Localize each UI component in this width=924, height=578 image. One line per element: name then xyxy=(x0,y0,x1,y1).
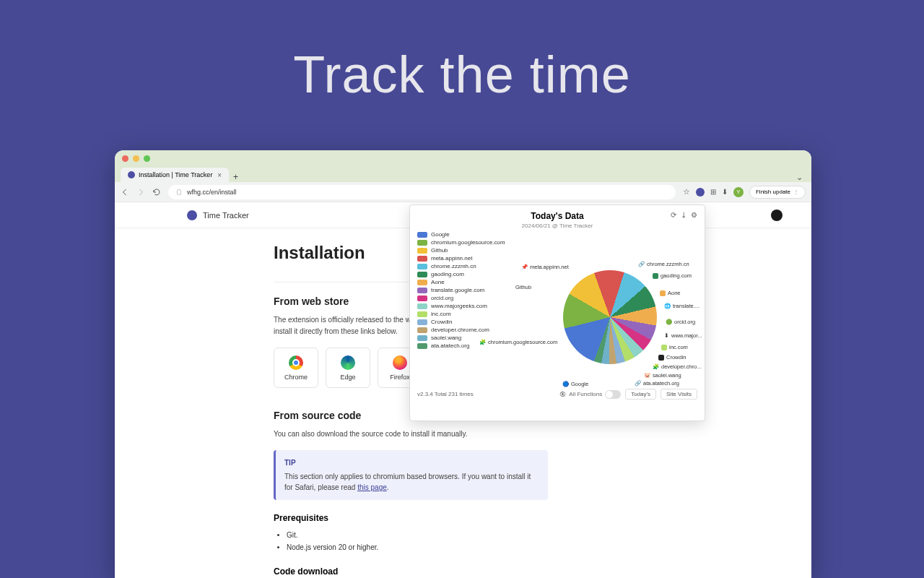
tab-bar: Installation | Time Tracker × + ⌄ xyxy=(115,166,811,182)
brand[interactable]: Time Tracker xyxy=(187,210,249,220)
legend-swatch-icon xyxy=(417,264,427,269)
legend-swatch-icon xyxy=(417,343,427,349)
chrome-card[interactable]: Chrome xyxy=(274,348,318,388)
legend-item[interactable]: developer.chrome.com xyxy=(417,326,518,334)
legend-item[interactable]: gaoding.com xyxy=(417,270,518,278)
forward-icon[interactable] xyxy=(136,188,145,197)
tip-body-b: . xyxy=(387,483,389,491)
back-icon[interactable] xyxy=(121,188,129,197)
legend-item[interactable]: chromium.googlesource.com xyxy=(417,238,518,246)
edge-icon xyxy=(341,355,355,370)
legend-swatch-icon xyxy=(417,327,427,333)
refresh-icon[interactable]: ⟳ xyxy=(671,211,676,219)
popup-subtitle: 2024/06/21 @ Time Tracker xyxy=(417,223,697,229)
legend-item[interactable]: translate.google.com xyxy=(417,286,518,294)
site-info-icon[interactable] xyxy=(175,189,183,196)
firefox-label: Firefox xyxy=(390,374,410,381)
download-icon[interactable]: ⬇ xyxy=(722,188,728,196)
export-icon[interactable]: ⤓ xyxy=(681,211,687,219)
edge-card[interactable]: Edge xyxy=(326,348,370,388)
chart-label: 🟢 orcid.org xyxy=(666,319,695,325)
toggle-icon[interactable] xyxy=(605,390,621,399)
new-tab-button[interactable]: + xyxy=(229,172,243,182)
version-total: v2.3.4 Total 231 times xyxy=(417,391,555,397)
legend: Googlechromium.googlesource.comGithubmet… xyxy=(417,230,518,386)
legend-swatch-icon xyxy=(417,240,427,246)
legend-item[interactable]: orcid.org xyxy=(417,294,518,302)
extension-popup: Today's Data 2024/06/21 @ Time Tracker ⟳… xyxy=(409,204,705,421)
hero-title: Track the time xyxy=(0,0,924,104)
legend-item[interactable]: Aone xyxy=(417,278,518,286)
popup-title: Today's Data xyxy=(417,211,697,221)
chart-label: gaoding.com xyxy=(653,272,692,279)
close-tab-icon[interactable]: × xyxy=(217,171,222,179)
legend-label: developer.chrome.com xyxy=(431,327,489,333)
chrome-label: Chrome xyxy=(284,374,308,381)
svg-rect-0 xyxy=(178,189,181,194)
source-description: You can also download the source code to… xyxy=(274,428,548,440)
favicon-icon xyxy=(128,171,135,178)
firefox-icon xyxy=(393,355,407,370)
tip-box: TIP This section only applies to chromiu… xyxy=(274,450,548,500)
popup-header: Today's Data 2024/06/21 @ Time Tracker ⟳… xyxy=(417,211,697,229)
prerequisites-list: Git. Node.js version 20 or higher. xyxy=(274,529,548,553)
tip-link[interactable]: this page xyxy=(357,483,387,491)
legend-label: chromium.googlesource.com xyxy=(431,239,505,246)
settings-icon[interactable]: ⚙ xyxy=(691,211,697,219)
chart-label: ⬇ www.major... xyxy=(664,332,702,339)
browser-tab[interactable]: Installation | Time Tracker × xyxy=(121,168,229,182)
legend-item[interactable]: meta.appinn.net xyxy=(417,254,518,262)
legend-label: inc.com xyxy=(431,311,451,317)
chart-label: 🧩 developer.chro... xyxy=(653,363,701,370)
minimize-window-icon[interactable] xyxy=(133,155,139,162)
legend-label: Aone xyxy=(431,279,445,285)
legend-label: Google xyxy=(431,231,450,238)
browser-window: Installation | Time Tracker × + ⌄ wfhg.c… xyxy=(115,150,811,578)
legend-item[interactable]: www.majorgeeks.com xyxy=(417,302,518,310)
legend-swatch-icon xyxy=(417,272,427,277)
star-icon[interactable]: ☆ xyxy=(683,187,690,197)
legend-swatch-icon xyxy=(417,280,427,285)
prerequisites-title: Prerequisites xyxy=(274,513,548,523)
finish-update-button[interactable]: Finish update ⋮ xyxy=(749,186,806,199)
legend-item[interactable]: Google xyxy=(417,230,518,238)
extension-icon[interactable] xyxy=(696,188,705,197)
site-visits-button[interactable]: Site Visits xyxy=(661,389,697,400)
legend-swatch-icon xyxy=(417,296,427,301)
page-content: Time Tracker Installation From web store… xyxy=(115,202,811,578)
legend-label: translate.google.com xyxy=(431,287,484,293)
puzzle-icon[interactable]: ⊞ xyxy=(710,188,716,196)
url-input[interactable]: wfhg.cc/en/install xyxy=(168,185,676,199)
legend-swatch-icon xyxy=(417,288,427,293)
legend-label: meta.appinn.net xyxy=(431,255,472,262)
maximize-window-icon[interactable] xyxy=(144,155,150,162)
chart-label: Crowdin xyxy=(658,354,687,361)
profile-avatar[interactable]: Y xyxy=(733,187,744,197)
legend-item[interactable]: chrome.zzzmh.cn xyxy=(417,262,518,270)
legend-label: gaoding.com xyxy=(431,271,464,277)
chart-label: 🔗 ata.atatech.org xyxy=(635,380,679,387)
tip-title: TIP xyxy=(284,457,539,468)
close-window-icon[interactable] xyxy=(122,155,128,162)
code-download-title: Code download xyxy=(274,566,548,577)
legend-item[interactable]: inc.com xyxy=(417,310,518,318)
prereq-item: Node.js version 20 or higher. xyxy=(287,541,548,553)
all-functions-toggle[interactable]: ⦿ All Functions xyxy=(559,390,621,399)
legend-item[interactable]: Crowdin xyxy=(417,318,518,326)
popup-footer: v2.3.4 Total 231 times ⦿ All Functions T… xyxy=(417,389,697,400)
chrome-icon xyxy=(289,355,303,370)
reload-icon[interactable] xyxy=(152,188,161,197)
legend-swatch-icon xyxy=(417,335,427,341)
chart-label: 🐷 saolei.wang xyxy=(644,372,681,379)
prereq-item: Git. xyxy=(287,529,548,541)
github-icon[interactable] xyxy=(771,210,783,221)
chart-label: 🌐 translate.... xyxy=(664,303,699,309)
legend-label: orcid.org xyxy=(431,295,453,301)
today-button[interactable]: Today's xyxy=(625,389,656,400)
chart-label: 🧩 chromium.googlesource.com xyxy=(479,339,557,345)
legend-item[interactable]: Github xyxy=(417,246,518,254)
legend-label: www.majorgeeks.com xyxy=(431,303,487,309)
chevron-down-icon[interactable]: ⌄ xyxy=(796,173,803,182)
chart-label: 🔵 Google xyxy=(562,381,588,387)
tab-title: Installation | Time Tracker xyxy=(139,171,212,178)
